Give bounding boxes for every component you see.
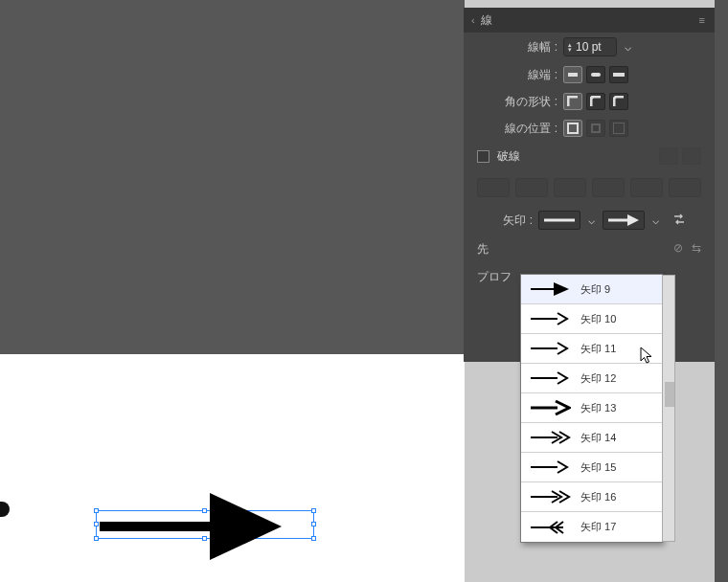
svg-rect-6 [592, 124, 600, 132]
svg-rect-7 [613, 123, 625, 134]
arrowhead-dropdown[interactable]: 矢印 9矢印 10矢印 11矢印 12矢印 13矢印 14矢印 15矢印 16矢… [520, 274, 663, 543]
stroke-weight-dropdown-icon[interactable]: ⌵ [625, 40, 631, 54]
scrollbar-thumb[interactable] [665, 382, 674, 407]
arrowhead-option[interactable]: 矢印 17 [521, 512, 662, 542]
arrowhead-option-label: 矢印 14 [580, 431, 616, 445]
swap-arrowheads-icon[interactable] [672, 213, 686, 228]
dash-align-b-button[interactable] [682, 147, 701, 165]
arrow-preview-icon [529, 518, 571, 537]
arrow-preview-icon [529, 458, 571, 477]
svg-rect-2 [568, 73, 578, 77]
dashed-line-label: 破線 [497, 148, 520, 165]
artboard-empty [0, 0, 465, 354]
cap-round-button[interactable] [586, 66, 605, 83]
arrowhead-option-label: 矢印 16 [580, 490, 616, 504]
arrowhead-option[interactable]: 矢印 9 [521, 275, 662, 304]
arrowhead-option-label: 矢印 11 [580, 342, 616, 356]
arrowhead-option[interactable]: 矢印 13 [521, 393, 662, 423]
align-outside-button[interactable] [609, 120, 628, 137]
arrowhead-option-label: 矢印 12 [580, 371, 616, 386]
svg-marker-12 [554, 282, 569, 296]
arrow-path-shape[interactable] [100, 514, 313, 571]
unlink-scale-icon[interactable]: ⇆ [692, 241, 701, 255]
dash-field-1[interactable] [477, 178, 510, 197]
arrowhead-option-label: 矢印 9 [580, 282, 610, 297]
resize-handle-ml[interactable] [94, 522, 99, 526]
svg-rect-3 [591, 73, 601, 77]
align-center-button[interactable] [563, 120, 582, 137]
stroke-cap-label: 線端 : [473, 67, 557, 83]
arrowhead-option[interactable]: 矢印 10 [521, 304, 662, 334]
arrow-scale-label-partial: 先 ⊘ ⇆ [464, 235, 715, 263]
arrowhead-start-dropdown-icon[interactable]: ⌵ [586, 213, 597, 227]
arrowhead-end-dropdown-icon[interactable]: ⌵ [650, 213, 661, 227]
selected-arrow-object[interactable] [96, 510, 314, 539]
stroke-weight-label: 線幅 : [473, 39, 557, 56]
join-round-button[interactable] [586, 93, 605, 110]
arrowheads-label: 矢印 : [473, 213, 533, 229]
arrowhead-option-label: 矢印 10 [580, 312, 616, 326]
arrowhead-start-swatch[interactable] [538, 211, 580, 230]
gap-field-1[interactable] [515, 178, 548, 197]
cap-butt-button[interactable] [563, 66, 582, 83]
stroke-weight-input[interactable] [576, 40, 612, 54]
arrowhead-option[interactable]: 矢印 16 [521, 482, 662, 512]
stroke-weight-stepper[interactable]: ▴▾ [563, 37, 617, 56]
cap-square-button[interactable] [609, 66, 628, 83]
arrowhead-option[interactable]: 矢印 12 [521, 364, 662, 393]
resize-handle-bl[interactable] [94, 536, 99, 541]
panel-expand-icon[interactable]: ‹ [471, 14, 475, 26]
resize-handle-tc[interactable] [202, 508, 207, 513]
resize-handle-tr[interactable] [311, 508, 316, 513]
corner-label: 角の形状 : [473, 94, 557, 110]
arrowhead-end-swatch[interactable] [603, 211, 645, 230]
dash-field-2[interactable] [554, 178, 586, 197]
mouse-cursor-icon [640, 347, 655, 366]
selection-bounds[interactable] [96, 510, 314, 539]
svg-rect-4 [613, 73, 625, 77]
link-scale-icon[interactable]: ⊘ [673, 241, 683, 255]
join-bevel-button[interactable] [609, 93, 628, 110]
arrowhead-option-label: 矢印 13 [580, 401, 616, 415]
arrow-preview-icon [529, 280, 571, 299]
arrowhead-option[interactable]: 矢印 15 [521, 453, 662, 482]
dropdown-scrollbar[interactable] [662, 275, 675, 542]
align-inside-button[interactable] [586, 120, 605, 137]
arrow-preview-icon [529, 309, 571, 328]
gap-field-3[interactable] [669, 178, 701, 197]
dash-field-3[interactable] [630, 178, 663, 197]
dash-gap-inputs [464, 170, 715, 205]
resize-handle-tl[interactable] [94, 508, 99, 513]
svg-rect-5 [568, 123, 578, 133]
panel-menu-icon[interactable]: ≡ [697, 12, 707, 28]
stepper-arrows-icon[interactable]: ▴▾ [568, 42, 572, 52]
join-miter-button[interactable] [563, 93, 582, 110]
align-stroke-label: 線の位置 : [473, 121, 557, 137]
panel-title: 線 [481, 12, 492, 29]
arrowhead-option-label: 矢印 15 [580, 460, 616, 475]
arrow-preview-icon [529, 369, 571, 388]
arrowhead-option[interactable]: 矢印 14 [521, 423, 662, 453]
panel-header[interactable]: ‹ 線 ≡ [464, 8, 715, 33]
arrow-preview-icon [529, 487, 571, 506]
canvas-area[interactable] [0, 0, 465, 582]
arrow-preview-icon [529, 428, 571, 447]
arrow-preview-icon [529, 339, 571, 358]
svg-marker-1 [210, 493, 282, 560]
stray-dot-shape[interactable] [0, 502, 10, 517]
arrow-preview-icon [529, 398, 571, 417]
dash-align-a-button[interactable] [659, 147, 678, 165]
svg-marker-10 [627, 214, 639, 226]
arrowhead-option-label: 矢印 17 [580, 520, 616, 534]
gap-field-2[interactable] [592, 178, 625, 197]
artboard[interactable] [0, 354, 465, 582]
dashed-line-checkbox[interactable] [477, 150, 489, 163]
